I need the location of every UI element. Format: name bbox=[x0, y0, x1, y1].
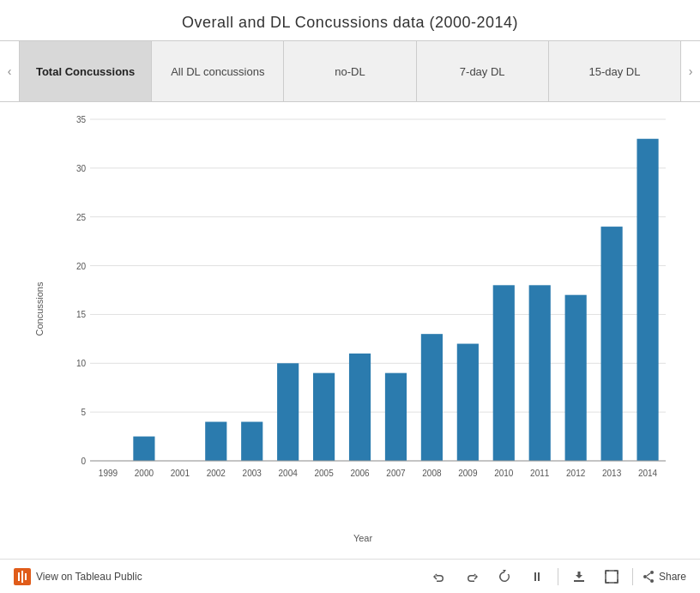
svg-rect-19 bbox=[277, 363, 299, 461]
footer-controls: Share bbox=[427, 565, 686, 589]
svg-rect-18 bbox=[241, 422, 262, 461]
svg-text:2005: 2005 bbox=[314, 469, 334, 478]
tableau-link[interactable]: View on Tableau Public bbox=[14, 568, 142, 585]
svg-text:2013: 2013 bbox=[602, 469, 622, 478]
svg-text:0: 0 bbox=[81, 457, 86, 466]
chart-title: Overall and DL Concussions data (2000-20… bbox=[0, 0, 700, 40]
tab-arrow-right[interactable]: › bbox=[681, 41, 700, 101]
svg-rect-29 bbox=[637, 139, 658, 461]
svg-point-54 bbox=[650, 579, 654, 583]
svg-rect-48 bbox=[21, 571, 23, 583]
share-label: Share bbox=[659, 571, 686, 583]
svg-text:2011: 2011 bbox=[530, 469, 550, 478]
svg-text:2004: 2004 bbox=[279, 469, 299, 478]
tab-total-concussions[interactable]: Total Concussions bbox=[19, 41, 152, 101]
svg-text:2010: 2010 bbox=[494, 469, 514, 478]
svg-rect-27 bbox=[565, 295, 587, 461]
svg-text:2008: 2008 bbox=[422, 469, 442, 478]
footer-bar: View on Tableau Public bbox=[0, 559, 700, 593]
svg-text:2014: 2014 bbox=[638, 469, 658, 478]
svg-text:2009: 2009 bbox=[458, 469, 478, 478]
chart-area: Concussions Year 05101520253035199920002… bbox=[0, 102, 700, 559]
share-button[interactable]: Share bbox=[642, 570, 686, 584]
svg-text:2012: 2012 bbox=[566, 469, 586, 478]
svg-text:2006: 2006 bbox=[350, 469, 370, 478]
svg-line-55 bbox=[647, 573, 650, 576]
svg-rect-47 bbox=[18, 572, 20, 581]
svg-text:20: 20 bbox=[76, 262, 87, 271]
svg-text:1999: 1999 bbox=[99, 469, 118, 478]
svg-rect-51 bbox=[606, 571, 618, 583]
tab-arrow-left[interactable]: ‹ bbox=[0, 41, 19, 101]
svg-text:10: 10 bbox=[76, 359, 87, 368]
svg-point-52 bbox=[650, 571, 654, 574]
svg-rect-49 bbox=[25, 573, 27, 580]
tab-all-dl-concussions[interactable]: All DL concussions bbox=[152, 41, 284, 101]
svg-text:2000: 2000 bbox=[135, 469, 154, 478]
page-container: Overall and DL Concussions data (2000-20… bbox=[0, 0, 700, 593]
svg-rect-22 bbox=[385, 373, 407, 461]
undo-button[interactable] bbox=[427, 565, 451, 589]
svg-rect-28 bbox=[601, 227, 623, 461]
svg-rect-16 bbox=[133, 437, 154, 461]
tabs-container: ‹ Total Concussions All DL concussions n… bbox=[0, 40, 700, 102]
svg-text:2002: 2002 bbox=[207, 469, 226, 478]
svg-line-56 bbox=[647, 578, 650, 580]
x-axis-label: Year bbox=[353, 533, 372, 543]
svg-rect-26 bbox=[529, 285, 551, 461]
tabs-list: Total Concussions All DL concussions no-… bbox=[19, 41, 681, 101]
svg-rect-25 bbox=[493, 285, 515, 461]
pause-button[interactable] bbox=[525, 565, 549, 589]
redo-button[interactable] bbox=[460, 565, 484, 589]
tab-15-day-dl[interactable]: 15-day DL bbox=[549, 41, 681, 101]
svg-rect-20 bbox=[313, 373, 335, 461]
reset-button[interactable] bbox=[492, 565, 516, 589]
tableau-icon bbox=[14, 568, 31, 585]
footer-divider bbox=[558, 568, 558, 585]
svg-rect-17 bbox=[205, 422, 226, 461]
svg-text:2003: 2003 bbox=[243, 469, 262, 478]
svg-text:25: 25 bbox=[76, 213, 87, 222]
chart-inner: Concussions Year 05101520253035199920002… bbox=[51, 111, 674, 507]
svg-rect-23 bbox=[421, 334, 443, 461]
svg-text:5: 5 bbox=[81, 408, 86, 417]
svg-rect-24 bbox=[457, 344, 479, 461]
tab-no-dl[interactable]: no-DL bbox=[284, 41, 416, 101]
svg-text:2001: 2001 bbox=[171, 469, 190, 478]
svg-text:15: 15 bbox=[76, 310, 87, 319]
svg-text:2007: 2007 bbox=[386, 469, 406, 478]
download-button[interactable] bbox=[567, 565, 591, 589]
footer-divider-2 bbox=[632, 568, 633, 585]
tab-7-day-dl[interactable]: 7-day DL bbox=[417, 41, 549, 101]
svg-text:35: 35 bbox=[76, 115, 87, 124]
svg-point-53 bbox=[643, 575, 647, 578]
tableau-link-label: View on Tableau Public bbox=[36, 571, 142, 583]
svg-rect-21 bbox=[349, 354, 371, 461]
svg-text:30: 30 bbox=[76, 164, 87, 173]
fullscreen-button[interactable] bbox=[600, 565, 624, 589]
y-axis-label: Concussions bbox=[34, 282, 45, 336]
